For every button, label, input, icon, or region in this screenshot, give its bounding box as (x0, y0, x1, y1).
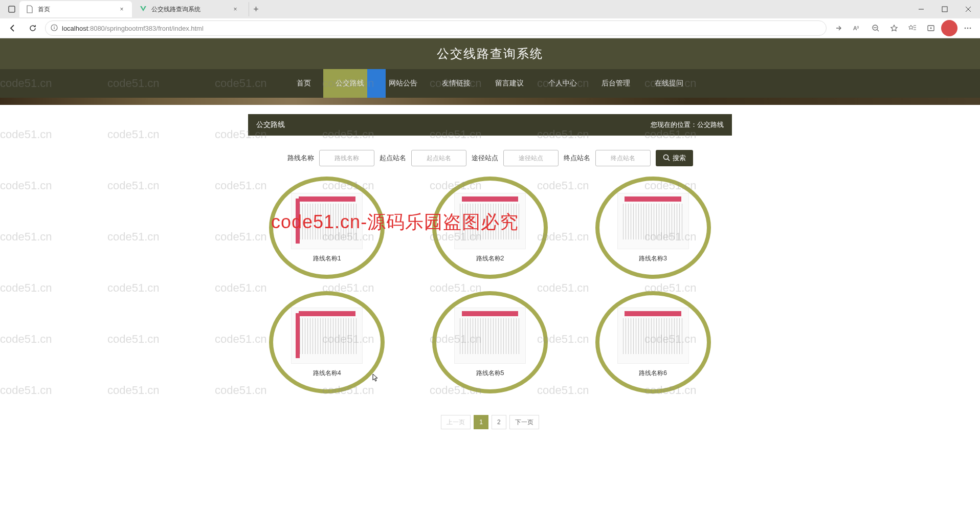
nav-announcement[interactable]: 网站公告 (376, 69, 430, 98)
svg-point-21 (663, 155, 668, 159)
banner-image (0, 98, 980, 105)
route-thumbnail (617, 308, 689, 364)
read-aloud-icon[interactable]: A⁰ (849, 20, 865, 36)
back-button[interactable] (4, 20, 20, 36)
tab-bar: 首页 × 公交线路查询系统 × + (0, 0, 980, 18)
route-card-1[interactable]: 路线名称1 (269, 177, 385, 279)
route-card-5[interactable]: 路线名称5 (432, 291, 548, 393)
search-button[interactable]: 搜索 (656, 150, 693, 166)
close-icon[interactable]: × (231, 5, 239, 13)
url-input[interactable]: localhost:8080/springbootmf383/front/ind… (45, 20, 827, 36)
svg-point-7 (54, 26, 55, 27)
nav-ask[interactable]: 在线提问 (642, 69, 696, 98)
zoom-out-icon[interactable] (867, 20, 884, 36)
search-label-end: 终点站名 (564, 153, 590, 163)
search-input-via[interactable] (503, 150, 559, 166)
svg-rect-2 (942, 7, 947, 12)
pagination: 上一页 1 2 下一页 (248, 415, 732, 429)
route-card-2[interactable]: 路线名称2 (432, 177, 548, 279)
refresh-button[interactable] (25, 20, 41, 36)
route-thumbnail (291, 193, 363, 249)
route-card-3[interactable]: 路线名称3 (595, 177, 711, 279)
search-label-route-name: 路线名称 (287, 153, 314, 163)
search-form: 路线名称 起点站名 途径站点 终点站名 搜索 (248, 150, 732, 166)
tab-actions-icon[interactable] (4, 2, 19, 17)
svg-point-18 (965, 28, 966, 29)
route-label: 路线名称4 (313, 369, 341, 378)
nav-bus-route[interactable]: 公交路线 (323, 69, 376, 98)
search-input-start[interactable] (411, 150, 466, 166)
section-title: 公交路线 (256, 120, 285, 129)
route-grid: 路线名称1 路线名称2 路线名称3 路线名称4 路线名称5 路线名称6 (248, 177, 732, 393)
search-label-start: 起点站名 (380, 153, 406, 163)
svg-line-22 (667, 159, 670, 161)
browser-tab-0[interactable]: 首页 × (19, 1, 132, 17)
search-input-end[interactable] (595, 150, 651, 166)
site-info-icon[interactable] (51, 24, 58, 33)
minimize-button[interactable] (909, 1, 933, 17)
close-window-button[interactable] (956, 1, 980, 17)
svg-point-20 (970, 28, 971, 29)
svg-point-19 (967, 28, 969, 29)
route-card-6[interactable]: 路线名称6 (595, 291, 711, 393)
page-1[interactable]: 1 (474, 415, 488, 429)
site-title: 公交线路查询系统 (0, 38, 980, 69)
favorite-icon[interactable] (886, 20, 902, 36)
tab-title: 首页 (38, 5, 114, 14)
page-prev[interactable]: 上一页 (441, 415, 471, 429)
nav-admin[interactable]: 后台管理 (589, 69, 642, 98)
vue-icon (139, 5, 147, 13)
route-label: 路线名称5 (476, 369, 504, 378)
menu-icon[interactable] (960, 20, 976, 36)
nav-links[interactable]: 友情链接 (430, 69, 483, 98)
route-thumbnail (291, 308, 363, 364)
route-label: 路线名称2 (476, 254, 504, 263)
nav-message[interactable]: 留言建议 (483, 69, 536, 98)
search-icon (663, 154, 670, 163)
route-label: 路线名称6 (639, 369, 667, 378)
search-input-route-name[interactable] (319, 150, 374, 166)
maximize-button[interactable] (933, 1, 956, 17)
main-nav: 首页 公交路线 网站公告 友情链接 留言建议 个人中心 后台管理 在线提问 (0, 69, 980, 98)
route-thumbnail (454, 193, 526, 249)
page-icon (26, 5, 34, 13)
page-next[interactable]: 下一页 (509, 415, 539, 429)
close-icon[interactable]: × (118, 5, 126, 13)
search-label-via: 途径站点 (472, 153, 498, 163)
breadcrumb: 公交路线 您现在的位置：公交路线 (248, 114, 732, 136)
nav-profile[interactable]: 个人中心 (536, 69, 589, 98)
url-text: localhost:8080/springbootmf383/front/ind… (62, 25, 821, 32)
page-content: 公交线路查询系统 首页 公交路线 网站公告 友情链接 留言建议 个人中心 后台管… (0, 38, 980, 429)
route-label: 路线名称1 (313, 254, 341, 263)
svg-rect-0 (9, 6, 15, 12)
new-tab-button[interactable]: + (249, 2, 263, 16)
svg-text:A⁰: A⁰ (853, 25, 859, 31)
enter-icon[interactable] (831, 20, 847, 36)
page-2[interactable]: 2 (492, 415, 506, 429)
profile-icon[interactable] (941, 20, 957, 36)
route-thumbnail (617, 193, 689, 249)
collections-icon[interactable] (923, 20, 939, 36)
nav-home[interactable]: 首页 (284, 69, 323, 98)
cursor-icon (371, 374, 378, 383)
browser-tab-1[interactable]: 公交线路查询系统 × (133, 1, 246, 17)
route-label: 路线名称3 (639, 254, 667, 263)
window-controls (909, 1, 980, 17)
breadcrumb-location: 您现在的位置：公交路线 (651, 120, 724, 129)
svg-line-10 (877, 30, 879, 31)
address-bar: localhost:8080/springbootmf383/front/ind… (0, 18, 980, 38)
tab-title: 公交线路查询系统 (151, 5, 227, 14)
favorites-bar-icon[interactable] (904, 20, 921, 36)
route-card-4[interactable]: 路线名称4 (269, 291, 385, 393)
browser-chrome: 首页 × 公交线路查询系统 × + localhos (0, 0, 980, 38)
route-thumbnail (454, 308, 526, 364)
